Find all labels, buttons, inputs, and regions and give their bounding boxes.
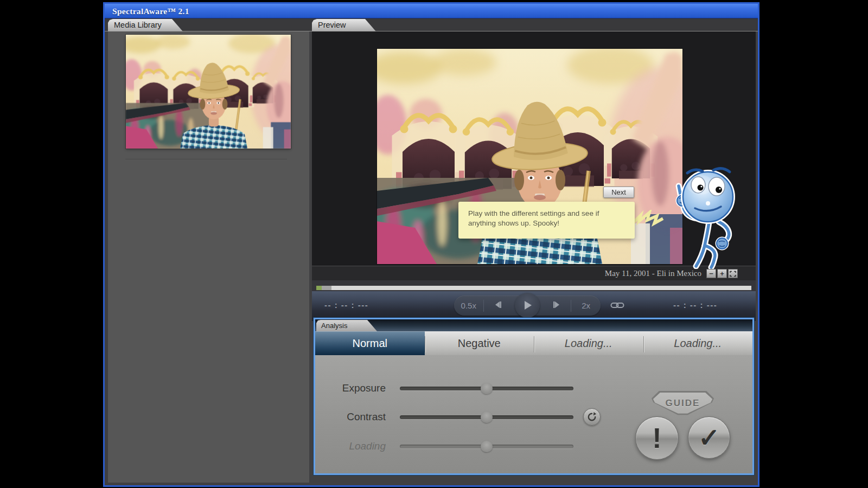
mode-tab-negative[interactable]: Negative: [425, 331, 534, 355]
next-button[interactable]: Next: [603, 187, 634, 198]
loop-icon: [610, 301, 624, 310]
loading-slider-thumb[interactable]: [481, 441, 493, 452]
tab-preview[interactable]: Preview: [312, 19, 376, 31]
fullscreen-button[interactable]: [728, 269, 738, 278]
transport-controls: 0.5x 2x: [454, 296, 601, 316]
loading-slider[interactable]: [400, 445, 573, 448]
alert-icon: !: [652, 422, 661, 454]
analysis-panel: Analysis Normal Negative Loading... Load…: [314, 318, 754, 475]
mascot-character: [662, 158, 744, 269]
zoom-in-button[interactable]: +: [717, 269, 727, 278]
step-forward-button[interactable]: [542, 300, 571, 311]
step-forward-icon: [552, 300, 561, 309]
mode-tab-loading-1[interactable]: Loading...: [534, 331, 643, 355]
playback-bar: -- : -- : --- 0.5x 2x -- : -- : ---: [312, 291, 756, 321]
play-icon: [521, 299, 533, 311]
loading-slider-label: Loading: [315, 440, 386, 452]
contrast-slider-thumb[interactable]: [481, 412, 493, 423]
step-back-button[interactable]: [484, 300, 513, 311]
contrast-label: Contrast: [315, 411, 386, 423]
reset-contrast-button[interactable]: [583, 408, 601, 426]
scrubber-track[interactable]: [316, 286, 751, 290]
tab-preview-label: Preview: [318, 21, 346, 29]
app-window: SpectralAware™ 2.1 Media Library Preview: [103, 2, 760, 487]
scrubber-area: [312, 280, 756, 291]
contrast-slider[interactable]: [400, 415, 573, 419]
mode-tab-loading-2[interactable]: Loading...: [643, 331, 753, 355]
loop-button[interactable]: [609, 299, 626, 312]
tab-analysis[interactable]: Analysis: [316, 320, 377, 331]
media-thumbnail[interactable]: [126, 35, 291, 149]
exposure-label: Exposure: [315, 382, 386, 394]
check-icon: ✓: [698, 422, 720, 453]
analysis-header: Analysis: [315, 319, 752, 331]
preview-zoom-controls: − +: [706, 269, 738, 278]
media-library-panel: [108, 31, 309, 483]
tab-analysis-label: Analysis: [321, 322, 347, 330]
scrubber-handle[interactable]: [322, 286, 331, 290]
reset-icon: [586, 411, 598, 423]
plus-icon: +: [720, 269, 724, 278]
slow-speed-button[interactable]: 0.5x: [454, 301, 483, 310]
tutorial-tooltip: Play with the different settings and see…: [458, 202, 635, 239]
zoom-out-button[interactable]: −: [706, 269, 716, 278]
tab-media-library-label: Media Library: [114, 21, 162, 29]
titlebar[interactable]: SpectralAware™ 2.1: [105, 4, 758, 18]
app-title: SpectralAware™ 2.1: [112, 4, 189, 18]
minus-icon: −: [709, 269, 713, 278]
guide-button-face: GUIDE: [653, 393, 712, 414]
play-button[interactable]: [515, 293, 540, 318]
tab-strip: [105, 18, 758, 31]
tab-media-library[interactable]: Media Library: [108, 19, 183, 31]
fullscreen-icon: [730, 271, 736, 277]
tutorial-tooltip-text: Play with the different settings and see…: [468, 209, 599, 227]
alert-button[interactable]: !: [635, 416, 679, 460]
confirm-button[interactable]: ✓: [688, 416, 730, 459]
thumbnail-divider: [125, 159, 287, 159]
step-back-icon: [494, 300, 502, 309]
exposure-slider[interactable]: [400, 387, 573, 390]
exposure-slider-thumb[interactable]: [481, 383, 493, 394]
guide-button[interactable]: GUIDE: [652, 391, 714, 416]
fast-speed-button[interactable]: 2x: [571, 301, 601, 310]
analysis-mode-tabs: Normal Negative Loading... Loading...: [315, 331, 752, 355]
mode-tab-normal[interactable]: Normal: [315, 331, 425, 355]
analysis-body: Exposure Contrast Loading GUIDE ! ✓: [315, 355, 752, 473]
tooltip-pointer-zigzag: [632, 210, 665, 233]
elapsed-timecode: -- : -- : ---: [324, 300, 368, 310]
remaining-timecode: -- : -- : ---: [673, 300, 717, 310]
